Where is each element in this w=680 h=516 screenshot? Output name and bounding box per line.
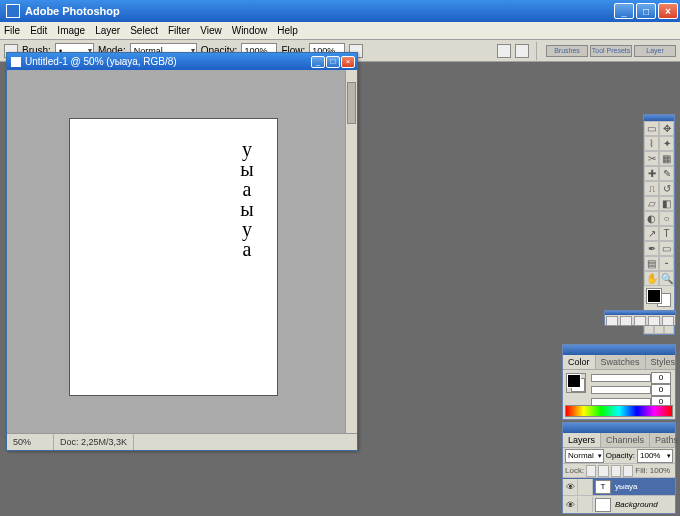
document-window: Untitled-1 @ 50% (уыауа, RGB/8) _ □ × уы… bbox=[6, 52, 358, 451]
layers-panel-header[interactable] bbox=[563, 423, 675, 433]
layer-opacity-input[interactable]: 100% bbox=[637, 449, 673, 463]
color-panel: Color Swatches Styles 0 0 0 bbox=[562, 344, 676, 420]
gradient-tool[interactable]: ◧ bbox=[659, 196, 674, 211]
toolbox: ▭✥ ⌇✦ ✂▦ ✚✎ ⎍↺ ▱◧ ◐○ ↗T ✒▭ ▤⁃ ✋🔍 bbox=[643, 114, 675, 335]
menu-layer[interactable]: Layer bbox=[95, 25, 120, 36]
palette-toggle-icon[interactable] bbox=[497, 44, 511, 58]
tab-color[interactable]: Color bbox=[563, 355, 596, 369]
text-layer-content: уыаыуа bbox=[237, 139, 257, 259]
doc-maximize-button[interactable]: □ bbox=[326, 56, 340, 68]
notes-tool[interactable]: ▤ bbox=[644, 256, 659, 271]
window-minimize-button[interactable]: _ bbox=[614, 3, 634, 19]
hand-tool[interactable]: ✋ bbox=[644, 271, 659, 286]
color-ramp[interactable] bbox=[565, 405, 673, 417]
color-panel-header[interactable] bbox=[563, 345, 675, 355]
menu-file[interactable]: File bbox=[4, 25, 20, 36]
type-tool[interactable]: T bbox=[659, 226, 674, 241]
menu-window[interactable]: Window bbox=[232, 25, 268, 36]
slice-tool[interactable]: ▦ bbox=[659, 151, 674, 166]
val-r[interactable]: 0 bbox=[651, 372, 671, 384]
link-icon[interactable] bbox=[578, 497, 593, 513]
blend-mode-select[interactable]: Normal bbox=[565, 449, 604, 463]
lock-label: Lock: bbox=[565, 466, 584, 475]
shelf-layercomps[interactable]: Layer Comps bbox=[634, 45, 676, 57]
color-swatch[interactable] bbox=[566, 373, 586, 393]
window-maximize-button[interactable]: □ bbox=[636, 3, 656, 19]
fill-label: Fill: bbox=[635, 466, 647, 475]
tab-swatches[interactable]: Swatches bbox=[596, 355, 646, 369]
doc-info[interactable]: Doc: 2,25M/3,3K bbox=[54, 434, 134, 450]
app-titlebar: Adobe Photoshop _ □ × bbox=[0, 0, 680, 22]
menu-edit[interactable]: Edit bbox=[30, 25, 47, 36]
heal-tool[interactable]: ✚ bbox=[644, 166, 659, 181]
crop-tool[interactable]: ✂ bbox=[644, 151, 659, 166]
menubar: File Edit Image Layer Select Filter View… bbox=[0, 22, 680, 40]
lock-pixels-icon[interactable] bbox=[598, 465, 608, 477]
history-brush-tool[interactable]: ↺ bbox=[659, 181, 674, 196]
eyedropper-tool[interactable]: ⁃ bbox=[659, 256, 674, 271]
doc-close-button[interactable]: × bbox=[341, 56, 355, 68]
brush-tool[interactable]: ✎ bbox=[659, 166, 674, 181]
canvas[interactable]: уыаыуа bbox=[69, 118, 278, 396]
stamp-tool[interactable]: ⎍ bbox=[644, 181, 659, 196]
path-tool[interactable]: ↗ bbox=[644, 226, 659, 241]
layer-thumb: T bbox=[595, 480, 611, 494]
menu-help[interactable]: Help bbox=[277, 25, 298, 36]
layers-panel: Layers Channels Paths Normal Opacity: 10… bbox=[562, 422, 676, 514]
shelf-brushes[interactable]: Brushes bbox=[546, 45, 588, 57]
vertical-scrollbar[interactable] bbox=[345, 70, 357, 433]
visibility-icon[interactable]: 👁 bbox=[563, 479, 578, 495]
document-viewport: уыаыуа bbox=[7, 70, 346, 433]
color-swatches[interactable] bbox=[644, 286, 674, 310]
lock-trans-icon[interactable] bbox=[586, 465, 596, 477]
wand-tool[interactable]: ✦ bbox=[659, 136, 674, 151]
menu-filter[interactable]: Filter bbox=[168, 25, 190, 36]
fill-input[interactable]: 100% bbox=[650, 466, 673, 476]
layer-row[interactable]: 👁 Background bbox=[563, 496, 675, 512]
zoom-level[interactable]: 50% bbox=[7, 434, 54, 450]
blur-tool[interactable]: ◐ bbox=[644, 211, 659, 226]
menu-select[interactable]: Select bbox=[130, 25, 158, 36]
document-titlebar[interactable]: Untitled-1 @ 50% (уыауа, RGB/8) _ □ × bbox=[7, 53, 357, 70]
tab-paths[interactable]: Paths bbox=[650, 433, 680, 447]
menu-image[interactable]: Image bbox=[57, 25, 85, 36]
tab-channels[interactable]: Channels bbox=[601, 433, 650, 447]
val-g[interactable]: 0 bbox=[651, 384, 671, 396]
dodge-tool[interactable]: ○ bbox=[659, 211, 674, 226]
document-title: Untitled-1 @ 50% (уыауа, RGB/8) bbox=[25, 56, 310, 67]
lock-pos-icon[interactable] bbox=[611, 465, 621, 477]
lasso-tool[interactable]: ⌇ bbox=[644, 136, 659, 151]
link-icon[interactable] bbox=[578, 479, 593, 495]
move-tool[interactable]: ✥ bbox=[659, 121, 674, 136]
visibility-icon[interactable]: 👁 bbox=[563, 497, 578, 513]
layer-row[interactable]: 👁 T уыауа bbox=[563, 478, 675, 496]
pen-tool[interactable]: ✒ bbox=[644, 241, 659, 256]
document-icon bbox=[11, 57, 21, 67]
doc-minimize-button[interactable]: _ bbox=[311, 56, 325, 68]
slider-g[interactable] bbox=[591, 386, 651, 394]
tab-layers[interactable]: Layers bbox=[563, 433, 601, 447]
foreground-color[interactable] bbox=[647, 289, 661, 303]
shape-tool[interactable]: ▭ bbox=[659, 241, 674, 256]
layer-opacity-label: Opacity: bbox=[606, 451, 635, 460]
app-title: Adobe Photoshop bbox=[25, 5, 612, 17]
layer-name[interactable]: уыауа bbox=[613, 482, 637, 491]
layer-thumb bbox=[595, 498, 611, 512]
app-icon bbox=[6, 4, 20, 18]
document-statusbar: 50% Doc: 2,25M/3,3K bbox=[7, 433, 357, 450]
eraser-tool[interactable]: ▱ bbox=[644, 196, 659, 211]
tab-styles[interactable]: Styles bbox=[646, 355, 680, 369]
lock-all-icon[interactable] bbox=[623, 465, 633, 477]
zoom-tool[interactable]: 🔍 bbox=[659, 271, 674, 286]
navigator-panel-collapsed[interactable] bbox=[604, 310, 676, 326]
window-close-button[interactable]: × bbox=[658, 3, 678, 19]
slider-r[interactable] bbox=[591, 374, 651, 382]
layer-name[interactable]: Background bbox=[613, 500, 658, 509]
shelf-toolpresets[interactable]: Tool Presets bbox=[590, 45, 632, 57]
marquee-tool[interactable]: ▭ bbox=[644, 121, 659, 136]
menu-view[interactable]: View bbox=[200, 25, 222, 36]
palette-well-icon[interactable] bbox=[515, 44, 529, 58]
